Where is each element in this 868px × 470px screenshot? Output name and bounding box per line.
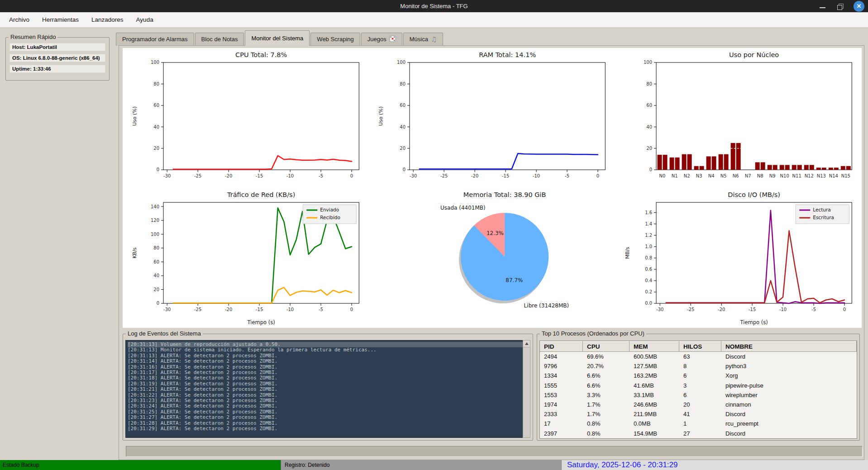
tab-web-scraping[interactable]: Web Scraping (310, 33, 360, 46)
svg-text:N7: N7 (744, 173, 751, 178)
svg-text:-30: -30 (163, 173, 171, 178)
svg-text:RAM Total: 14.1%: RAM Total: 14.1% (479, 51, 536, 58)
svg-text:Disco I/O (MB/s): Disco I/O (MB/s) (728, 191, 780, 198)
svg-text:0: 0 (843, 307, 845, 312)
menu-ayuda[interactable]: Ayuda (130, 12, 160, 28)
process-row[interactable]: 15556.6%41.6MB3pipewire-pulse (540, 381, 857, 390)
process-row[interactable]: 13346.6%163.2MB6Xorg (540, 371, 857, 380)
tab-monitor-del-sistema[interactable]: Monitor del Sistema (245, 30, 310, 46)
svg-text:Tiempo (s): Tiempo (s) (739, 319, 768, 326)
svg-text:N14: N14 (829, 173, 838, 178)
process-cell: Discord (721, 353, 857, 360)
svg-text:N12: N12 (804, 173, 813, 178)
log-line[interactable]: [20:31:14] ALERTA: Se detectaron 2 proce… (128, 359, 523, 364)
column-header[interactable]: PID (540, 341, 583, 352)
svg-text:Libre (31428MB): Libre (31428MB) (524, 302, 569, 309)
svg-text:N2: N2 (683, 173, 690, 178)
svg-text:N6: N6 (732, 173, 739, 178)
svg-text:Tráfico de Red (KB/s): Tráfico de Red (KB/s) (227, 191, 295, 198)
process-cell: 6.6% (583, 372, 630, 379)
top-processes-groupbox: Top 10 Procesos (Ordenados por CPU) PIDC… (537, 334, 860, 441)
log-scrollbar[interactable] (523, 340, 530, 438)
svg-text:60: 60 (400, 103, 406, 108)
svg-text:Memoria Total: 38.90 GiB: Memoria Total: 38.90 GiB (463, 191, 546, 198)
process-cell: 9796 (540, 363, 583, 369)
svg-text:Uso por Núcleo: Uso por Núcleo (729, 51, 779, 58)
log-line[interactable]: [20:31:13] Monitor de sistema iniciado. … (128, 347, 523, 353)
svg-text:N0: N0 (659, 173, 665, 178)
svg-text:N13: N13 (816, 173, 825, 178)
memory-pie-chart: Memoria Total: 38.90 GiB12.3%Usada (4401… (369, 188, 615, 328)
column-header[interactable]: MEM (630, 341, 679, 352)
process-row[interactable]: 23331.7%211.9MB41Discord (540, 409, 857, 419)
process-cell: 0.0MB (630, 420, 679, 427)
svg-text:Enviado: Enviado (320, 207, 339, 213)
registro-status: Registro: Detenido (281, 460, 561, 470)
process-cell: Discord (721, 411, 857, 417)
maximize-button[interactable] (835, 1, 845, 12)
svg-text:-30: -30 (410, 173, 417, 178)
svg-text:Tiempo (s): Tiempo (s) (247, 319, 275, 326)
svg-text:N5: N5 (720, 173, 726, 178)
column-header[interactable]: CPU (583, 341, 630, 352)
column-header[interactable]: NOMBRE (721, 341, 857, 352)
svg-text:1.2: 1.2 (645, 233, 652, 238)
process-cell: 0.8% (583, 420, 630, 427)
close-button[interactable]: ✕ (854, 1, 864, 12)
tab-bloc-de-notas[interactable]: Bloc de Notas (195, 33, 244, 46)
svg-text:100: 100 (151, 60, 159, 65)
process-cell: pipewire-pulse (721, 382, 857, 389)
svg-text:0.6: 0.6 (645, 267, 652, 272)
log-line[interactable]: [20:31:29] ALERTA: Se detectaron 2 proce… (128, 426, 523, 432)
log-line[interactable]: [20:31:27] ALERTA: Se detectaron 2 proce… (128, 415, 523, 420)
svg-text:-25: -25 (194, 173, 201, 178)
process-cell: Xorg (721, 372, 857, 379)
svg-text:40: 40 (400, 125, 406, 129)
process-cell: 1555 (540, 382, 583, 389)
menu-archivo[interactable]: Archivo (3, 12, 36, 28)
process-cell: 1.7% (583, 411, 630, 417)
svg-text:-25: -25 (440, 173, 448, 178)
process-row[interactable]: 15533.3%33.1MB6wireplumber (540, 390, 857, 400)
menu-herramientas[interactable]: Herramientas (36, 12, 85, 28)
process-table[interactable]: PIDCPUMEMHILOSNOMBRE249469.6%600.5MB63Di… (539, 341, 857, 439)
process-cell: Discord (721, 430, 857, 437)
log-line[interactable]: [20:31:18] ALERTA: Se detectaron 2 proce… (128, 375, 523, 381)
svg-text:-15: -15 (749, 307, 756, 312)
tab-juegos[interactable]: Juegos (361, 33, 402, 46)
process-row[interactable]: 23970.8%154.9MB27Discord (540, 429, 857, 438)
scroll-up-icon[interactable] (523, 341, 530, 347)
svg-text:-25: -25 (687, 307, 694, 312)
svg-text:-10: -10 (286, 307, 294, 312)
process-cell: 27 (679, 430, 721, 437)
host-info: Host: LukaPortatil (10, 43, 105, 51)
svg-text:-10: -10 (286, 173, 294, 178)
process-cell: 20 (679, 401, 721, 408)
cpu-total-chart: CPU Total: 7.8%020406080100Uso (%)-30-25… (123, 48, 369, 188)
process-cell: 1.7% (583, 401, 630, 408)
log-line[interactable]: [20:31:21] ALERTA: Se detectaron 2 proce… (128, 387, 523, 392)
tab-programador-de-alarmas[interactable]: Programador de Alarmas (116, 33, 194, 46)
svg-text:0.2: 0.2 (645, 289, 652, 294)
column-header[interactable]: HILOS (679, 341, 721, 352)
core-usage-chart: Uso por Núcleo020406080100N0N1N2N3N4N5N6… (615, 48, 862, 188)
dice-icon (389, 33, 396, 46)
svg-text:100: 100 (151, 232, 159, 237)
process-cell: 127.5MB (630, 363, 679, 369)
tab-musica[interactable]: Música ♫ (403, 33, 444, 46)
quick-summary-groupbox: Resumen Rápido Host: LukaPortatil OS: Li… (5, 37, 110, 81)
minimize-button[interactable] (817, 1, 828, 12)
svg-text:20: 20 (153, 146, 159, 151)
process-row[interactable]: 170.8%0.0MB1rcu_preempt (540, 419, 857, 428)
log-line[interactable]: [20:31:24] ALERTA: Se detectaron 2 proce… (128, 403, 523, 409)
svg-text:0: 0 (157, 301, 159, 306)
event-log-console[interactable]: [20:31:13] Volumen de reproducción ajust… (125, 340, 524, 438)
menu-lanzadores[interactable]: Lanzadores (85, 12, 130, 28)
menubar: Archivo Herramientas Lanzadores Ayuda (0, 12, 868, 28)
process-row[interactable]: 19741.7%246.6MB20cinnamon (540, 400, 857, 409)
process-row[interactable]: 979620.7%127.5MB8python3 (540, 361, 857, 371)
process-cell: 6 (679, 372, 721, 379)
process-cell: 246.6MB (630, 401, 679, 408)
svg-text:Recibido: Recibido (320, 215, 340, 221)
process-row[interactable]: 249469.6%600.5MB63Discord (540, 352, 857, 361)
